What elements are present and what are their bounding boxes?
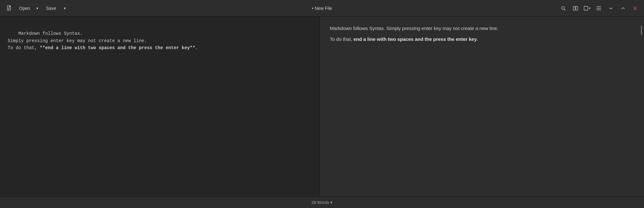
editor-line3-pre: To do that, <box>8 45 40 50</box>
titlebar-right: ▾ <box>558 3 640 13</box>
preview-paragraph1: Markdown follows Syntax. Simply pressing… <box>330 24 634 33</box>
statusbar: 28 Words ▾ <box>0 197 644 208</box>
search-button[interactable] <box>558 3 568 13</box>
svg-rect-6 <box>573 6 575 10</box>
save-button[interactable]: Save <box>41 4 61 13</box>
window-title: • New File <box>312 6 332 11</box>
preview-p2-pre: To do that, <box>330 36 354 42</box>
view-toggle-button[interactable]: ▾ <box>582 3 592 13</box>
editor-line3-post: . <box>195 45 198 50</box>
save-dropdown-button[interactable]: ▾ <box>62 4 68 12</box>
word-count-dropdown-arrow: ▾ <box>330 200 333 205</box>
preview-pane: Markdown follows Syntax. Simply pressing… <box>320 17 644 197</box>
preview-p1-text: Markdown follows Syntax. Simply pressing… <box>330 26 499 31</box>
open-dropdown-arrow: ▾ <box>36 6 38 11</box>
open-label: Open <box>19 6 30 11</box>
open-button[interactable]: Open <box>16 4 33 13</box>
editor-line2: Simply pressing enter key may not create… <box>8 38 147 43</box>
svg-rect-7 <box>576 6 578 10</box>
word-count-label: 28 Words <box>311 200 329 205</box>
editor-container: Markdown follows Syntax. Simply pressing… <box>0 17 644 197</box>
editor-pane[interactable]: Markdown follows Syntax. Simply pressing… <box>0 17 320 197</box>
titlebar-left: Open ▾ Save ▾ <box>4 3 68 14</box>
editor-line3: To do that, **end a line with two spaces… <box>8 45 198 50</box>
editor-line3-bold: **end a line with two spaces and the pre… <box>40 45 195 50</box>
preview-p2-bold: end a line with two spaces and the press… <box>354 36 477 42</box>
close-button[interactable] <box>630 3 640 13</box>
view-dropdown-arrow: ▾ <box>589 6 590 10</box>
titlebar-title: • New File <box>312 6 332 11</box>
preview-paragraph2: To do that, end a line with two spaces a… <box>330 35 634 43</box>
chevron-up-button[interactable] <box>618 3 628 13</box>
word-count-button[interactable]: 28 Words ▾ <box>311 200 333 205</box>
file-icon-button[interactable] <box>4 3 15 14</box>
editor-content: Markdown follows Syntax. Simply pressing… <box>8 31 198 50</box>
editor-line1: Markdown follows Syntax. <box>18 31 83 36</box>
save-label: Save <box>46 6 56 11</box>
titlebar: Open ▾ Save ▾ • New File <box>0 0 644 17</box>
svg-rect-8 <box>584 6 588 10</box>
save-dropdown-arrow: ▾ <box>64 6 66 11</box>
preview-p2-post: . <box>477 36 478 42</box>
scrollbar-thumb[interactable] <box>641 26 642 35</box>
open-dropdown-button[interactable]: ▾ <box>34 4 40 12</box>
svg-line-5 <box>564 9 566 10</box>
menu-button[interactable] <box>594 3 604 13</box>
split-view-button[interactable] <box>570 3 581 13</box>
chevron-down-button[interactable] <box>606 3 616 13</box>
